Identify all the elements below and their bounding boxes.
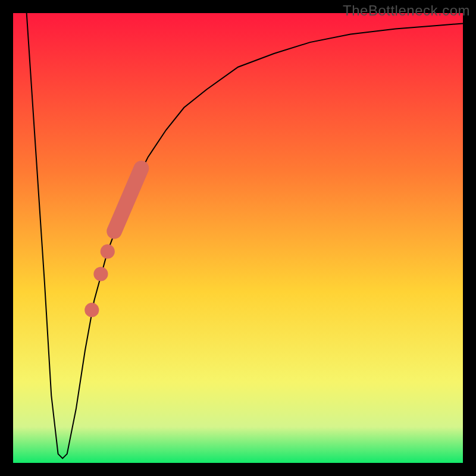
marker-dot1: [101, 245, 115, 259]
gradient-background: [13, 13, 463, 463]
chart-frame: TheBottleneck.com: [0, 0, 476, 476]
marker-dot2: [93, 267, 108, 281]
chart-svg: [13, 13, 463, 463]
marker-dot3: [84, 303, 99, 317]
plot-area: [13, 13, 463, 463]
watermark-text: TheBottleneck.com: [343, 2, 470, 19]
